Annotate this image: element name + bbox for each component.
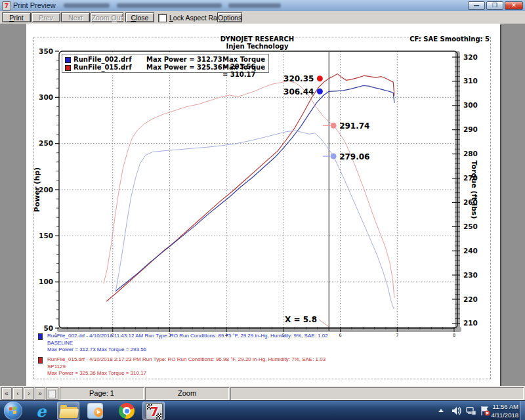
torque-tick-label: 250 (463, 222, 478, 230)
toolbar: Print Prev Next Zoom Out Close Lock Aspe… (0, 11, 525, 24)
screen: 7 Print Preview — ❐ ✕ Print Prev Next Zo… (0, 0, 525, 420)
print-preview-area: DYNOJET RESEARCH Injen Technology CF: SA… (0, 24, 525, 386)
page-setup-button[interactable] (46, 387, 58, 400)
run-maxvalues: Max Power = 312.73 Max Torque = 293.56 (47, 346, 491, 354)
tray-clock[interactable]: 11:56 AM 4/11/2018 (472, 402, 518, 419)
taskbar-item-windows-explorer[interactable] (57, 402, 79, 420)
legend-row: RunFile_002.drf Max Power = 312.73 Max T… (62, 56, 268, 64)
callout-label: 291.74 (339, 121, 369, 131)
torque-tick-label: 290 (463, 125, 478, 133)
close-window-button[interactable]: ✕ (505, 1, 523, 10)
power-tick-label: 250 (39, 139, 53, 147)
close-preview-button[interactable]: Close (125, 12, 154, 22)
callout-dot (317, 75, 323, 81)
taskbar-item-chrome[interactable] (116, 402, 138, 420)
legend-swatch-red (65, 65, 71, 71)
next-page-button[interactable]: Next (61, 12, 90, 22)
torque-tick-label: 240 (463, 247, 478, 255)
torque-axis-title: Torque (ft-lbs) (470, 161, 478, 219)
taskbar-item-media-player[interactable] (84, 402, 106, 420)
callout-label: 306.44 (284, 87, 314, 96)
plot-legend: RunFile_002.drf Max Power = 312.73 Max T… (62, 54, 269, 73)
lock-aspect-ratio-label: Lock Aspect Ratio (169, 14, 224, 22)
run-info-line: RunFile_015.drf - 4/10/2018 3:17:23 PM R… (47, 356, 491, 364)
print-button[interactable]: Print (2, 12, 31, 22)
first-page-button[interactable]: « (1, 387, 12, 400)
power-axis-title: Power (hp) (33, 167, 41, 212)
show-hidden-icons-button[interactable] (438, 409, 444, 412)
app-logo-icon: 7 (2, 1, 11, 10)
legend-max-torque: Max Torque = 310.17 (222, 64, 268, 78)
torque-tick-label: 310 (463, 77, 478, 85)
run-swatch-blue (38, 333, 43, 340)
taskbar-item-dynojet-winpep[interactable]: 7 (142, 402, 165, 420)
status-bar: « ‹ › » Page: 1 Zoom (0, 386, 525, 401)
power-tick-label: 350 (39, 47, 53, 55)
power-tick-label: 100 (39, 278, 53, 285)
zoom-out-button[interactable]: Zoom Out (91, 12, 123, 22)
lock-aspect-ratio-checkbox[interactable] (158, 14, 167, 22)
status-empty-panel (230, 387, 524, 400)
redacted-title-text (228, 3, 281, 8)
show-desktop-button[interactable] (520, 401, 525, 420)
torque-tick-label: 220 (463, 295, 478, 303)
prev-page-button[interactable]: Prev (32, 12, 60, 22)
torque-tick-label: 280 (463, 150, 478, 158)
taskbar-item-internet-explorer[interactable]: e (32, 402, 54, 420)
legend-file: RunFile_015.drf (74, 64, 132, 71)
run-details-baseline: RunFile_002.drf - 4/10/2018 11:43:12 AM … (38, 333, 491, 354)
dynojet-winpep-icon: 7 (146, 403, 163, 420)
torque-tick-label: 320 (463, 53, 478, 61)
last-page-button[interactable]: » (35, 387, 45, 400)
run-label: BASELINE (47, 340, 491, 347)
legend-max-power: Max Power = 325.36 (146, 64, 222, 71)
run-maxvalues: Max Power = 325.36 Max Torque = 310.17 (47, 370, 491, 377)
volume-icon[interactable] (452, 406, 462, 416)
legend-swatch-blue (65, 57, 71, 63)
chrome-icon (119, 403, 135, 419)
callout-label: 320.35 (284, 74, 314, 83)
prev-page-nav-button[interactable]: ‹ (12, 387, 23, 400)
torque-tick-label: 300 (463, 101, 478, 109)
clock-date: 4/11/2018 (472, 411, 518, 419)
title-bar: 7 Print Preview — ❐ ✕ (0, 0, 525, 12)
run-info-line: RunFile_002.drf - 4/10/2018 11:43:12 AM … (47, 333, 491, 340)
torque-tick-label: 210 (463, 319, 478, 327)
options-button[interactable]: Options (217, 12, 242, 22)
legend-row: RunFile_015.drf Max Power = 325.36 Max T… (62, 64, 268, 72)
run-details-sp1129: RunFile_015.drf - 4/10/2018 3:17:23 PM R… (38, 356, 491, 377)
cursor-x-label: X = 5.8 (285, 315, 317, 324)
power-tick-label: 50 (43, 324, 53, 332)
power-tick-label: 150 (39, 232, 53, 240)
torque-tick-label: 230 (463, 271, 478, 279)
preview-page: DYNOJET RESEARCH Injen Technology CF: SA… (26, 24, 500, 386)
redacted-title-text (64, 3, 110, 8)
callout-dot (317, 89, 323, 94)
x-axis-bar (57, 327, 461, 332)
taskbar: e 7 11:56 AM 4/11/2018 (0, 400, 525, 420)
power-tick-label: 300 (39, 93, 53, 101)
start-button[interactable] (4, 402, 22, 420)
legend-max-power: Max Power = 312.73 (146, 56, 222, 63)
next-page-nav-button[interactable]: › (24, 387, 34, 400)
clock-time: 11:56 AM (472, 402, 518, 411)
power-runfile-015 (106, 74, 394, 302)
redacted-title-text (117, 3, 222, 8)
callout-label: 279.06 (339, 152, 369, 161)
internet-explorer-icon: e (36, 402, 46, 420)
minimize-button[interactable]: — (468, 1, 485, 10)
legend-file: RunFile_002.drf (74, 56, 132, 63)
restore-button[interactable]: ❐ (486, 1, 503, 10)
window-title: Print Preview (13, 1, 56, 9)
run-label: SP1129 (47, 364, 491, 371)
zoom-panel: Zoom (145, 387, 229, 400)
media-player-icon (87, 403, 103, 419)
windows-flag-icon (9, 406, 17, 415)
run-swatch-red (38, 357, 43, 364)
callout-dot (331, 123, 337, 129)
page-number-panel: Page: 1 (60, 387, 144, 400)
callout-dot (331, 154, 337, 159)
